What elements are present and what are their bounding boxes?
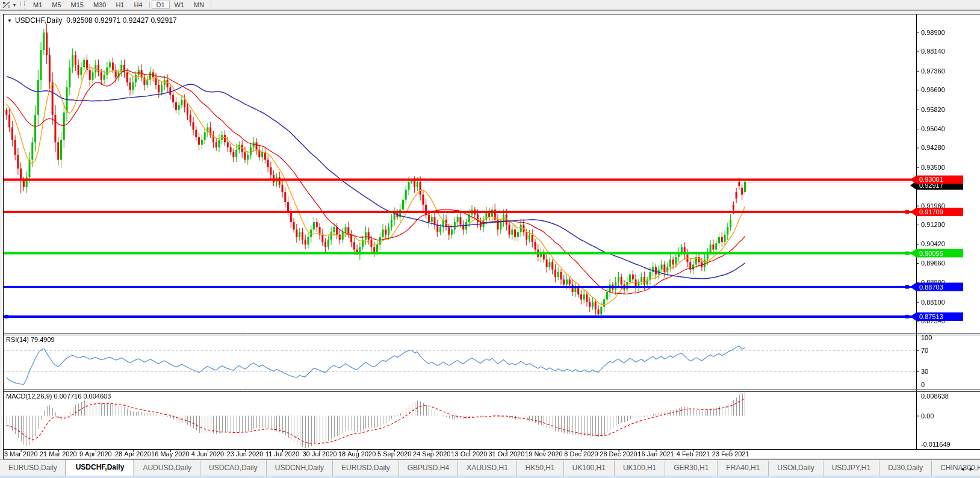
timeframe-button-m5[interactable]: M5 <box>47 1 66 9</box>
chart-title: ▼USDCHF,Daily 0.92508 0.92971 0.92427 0.… <box>7 16 177 25</box>
timeframe-button-h1[interactable]: H1 <box>111 1 129 9</box>
chart-tab-usdcad-daily[interactable]: USDCAD,Daily <box>200 461 266 476</box>
toolbar-grip[interactable] <box>20 1 25 8</box>
timeframe-button-m15[interactable]: M15 <box>66 1 88 9</box>
mt4-chart-window: ▾ M1M5M15M30H1H4D1W1MN ▼USDCHF,Daily 0.9… <box>0 0 980 478</box>
timeframe-button-m1[interactable]: M1 <box>28 1 47 9</box>
toolbar-separator <box>211 1 211 8</box>
chart-tab-hk50-h1[interactable]: HK50,H1 <box>516 461 563 476</box>
chart-title-symbol: USDCHF,Daily <box>15 16 63 25</box>
timeframe-button-w1[interactable]: W1 <box>170 1 190 9</box>
tab-scroll-arrows[interactable]: ◄► <box>960 466 978 472</box>
timeframe-button-d1[interactable]: D1 <box>152 1 170 9</box>
tool-dropdown-caret-icon[interactable]: ▾ <box>13 2 16 8</box>
timeframe-button-h4[interactable]: H4 <box>129 1 147 9</box>
chart-tab-fra40-h1[interactable]: FRA40,H1 <box>717 461 768 476</box>
chart-tab-eurusd-daily[interactable]: EURUSD,Daily <box>332 461 399 476</box>
price-chart-canvas[interactable] <box>0 0 980 478</box>
chart-tab-gbpusd-h4[interactable]: GBPUSD,H4 <box>399 461 457 476</box>
chart-tab-usdchf-daily[interactable]: USDCHF,Daily <box>66 459 135 476</box>
rsi-indicator-label: RSI(14) 79.4909 <box>6 336 55 343</box>
chart-tab-dj30-daily[interactable]: DJ30,Daily <box>879 461 931 476</box>
timeframe-button-mn[interactable]: MN <box>189 1 209 9</box>
chart-tab-usdjpy-h1[interactable]: USDJPY,H1 <box>823 461 879 476</box>
chart-tab-usdcnh-daily[interactable]: USDCNH,Daily <box>266 461 332 476</box>
collapse-triangle-icon[interactable]: ▼ <box>7 18 12 23</box>
chart-tab-xauusd-h1[interactable]: XAUUSD,H1 <box>457 461 516 476</box>
tab-scroll-right-icon[interactable]: ► <box>969 466 978 472</box>
chart-tab-bar: EURUSD,DailyUSDCHF,DailyAUDUSD,DailyUSDC… <box>0 459 980 476</box>
macd-indicator-label: MACD(12,26,9) 0.007716 0.004603 <box>6 393 111 400</box>
chart-title-ohlc: 0.92508 0.92971 0.92427 0.92917 <box>66 16 177 25</box>
chart-tabs: EURUSD,DailyUSDCHF,DailyAUDUSD,DailyUSDC… <box>0 459 980 476</box>
chart-tab-eurusd-daily[interactable]: EURUSD,Daily <box>0 461 66 476</box>
chart-tab-uk100-h1[interactable]: UK100,H1 <box>563 461 614 476</box>
timeframe-button-m30[interactable]: M30 <box>88 1 111 9</box>
timeframe-toolbar: ▾ M1M5M15M30H1H4D1W1MN <box>0 0 980 11</box>
tab-scroll-left-icon[interactable]: ◄ <box>960 466 969 472</box>
chart-tab-uk100-h1[interactable]: UK100,H1 <box>614 461 665 476</box>
chart-tab-audusd-daily[interactable]: AUDUSD,Daily <box>134 461 200 476</box>
chart-tab-usoil-daily[interactable]: USOil,Daily <box>768 461 822 476</box>
status-strip <box>0 476 980 478</box>
crosshair-tool-icon[interactable] <box>1 1 12 9</box>
timeframe-buttons: M1M5M15M30H1H4D1W1MN <box>28 1 213 9</box>
toolbar-separator <box>149 1 150 8</box>
chart-tab-ger30-h1[interactable]: GER30,H1 <box>665 461 717 476</box>
